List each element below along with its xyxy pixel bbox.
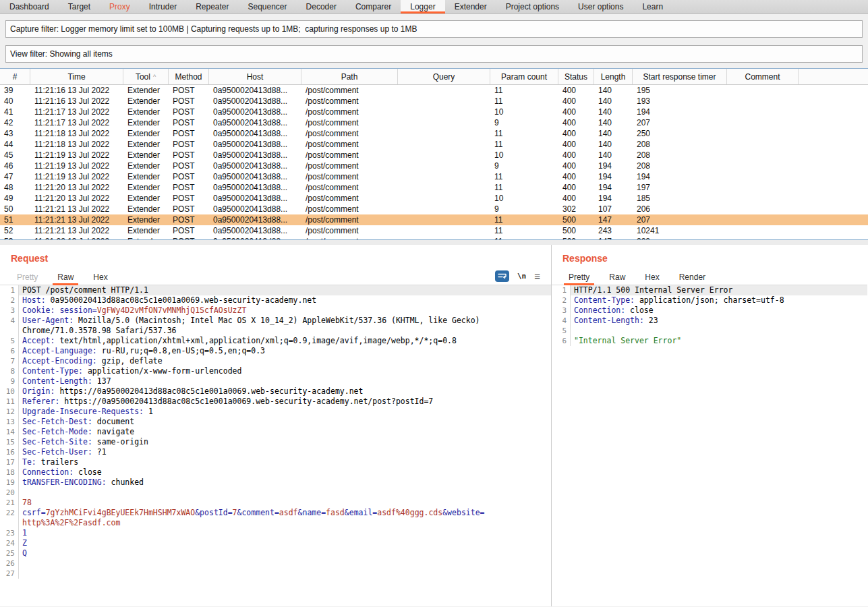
line-text: Sec-Fetch-Site: same-origin	[19, 437, 551, 447]
column-header-comment[interactable]: Comment	[727, 69, 799, 84]
cell-path: /post/comment	[301, 171, 398, 182]
cell-method: POST	[169, 107, 209, 117]
cell-status: 400	[558, 161, 594, 171]
view-filter-bar[interactable]: View filter: Showing all items	[5, 45, 863, 63]
table-row-48[interactable]: 4811:21:20 13 Jul 2022ExtenderPOST0a9500…	[0, 182, 868, 193]
cell-method: POST	[169, 128, 209, 139]
column-header-length[interactable]: Length	[594, 69, 633, 84]
cell-path: /post/comment	[301, 128, 398, 139]
line-text: Content-Type: application/json; charset=…	[571, 295, 867, 306]
cell-query	[398, 107, 490, 117]
line-number: 1	[552, 285, 571, 295]
table-row-39[interactable]: 3911:21:16 13 Jul 2022ExtenderPOST0a9500…	[0, 85, 868, 96]
tab-sequencer[interactable]: Sequencer	[239, 0, 297, 13]
code-line: 14Sec-Fetch-Mode: navigate	[0, 427, 551, 437]
response-pretty-content[interactable]: 1HTTP/1.1 500 Internal Server Error2Cont…	[552, 285, 867, 346]
column-header-query[interactable]: Query	[398, 69, 490, 84]
request-toolbar: \n ≡	[495, 270, 540, 282]
table-row-46[interactable]: 4611:21:19 13 Jul 2022ExtenderPOST0a9500…	[0, 161, 868, 171]
cell-host: 0a9500020413d88...	[209, 150, 301, 161]
table-row-42[interactable]: 4211:21:17 13 Jul 2022ExtenderPOST0a9500…	[0, 117, 868, 128]
column-header-param-count[interactable]: Param count	[490, 69, 558, 84]
table-row-45[interactable]: 4511:21:19 13 Jul 2022ExtenderPOST0a9500…	[0, 150, 868, 161]
table-row-50[interactable]: 5011:21:21 13 Jul 2022ExtenderPOST0a9500…	[0, 204, 868, 214]
line-number: 6	[0, 346, 19, 356]
cell-path: /post/comment	[301, 225, 398, 236]
cell-comment	[727, 214, 799, 225]
tab-dashboard[interactable]: Dashboard	[0, 0, 59, 13]
tab-repeater[interactable]: Repeater	[186, 0, 238, 13]
cell-comment	[727, 117, 799, 128]
line-text: Accept: text/html,application/xhtml+xml,…	[19, 336, 551, 346]
response-tab-pretty[interactable]: Pretty	[565, 270, 593, 285]
word-wrap-toggle-icon[interactable]	[495, 270, 509, 282]
tab-logger[interactable]: Logger	[401, 0, 444, 13]
cell-host: 0a9500020413d88...	[209, 204, 301, 214]
capture-filter-bar[interactable]: Capture filter: Logger memory limit set …	[5, 20, 863, 38]
cell-tool: Extender	[123, 85, 169, 96]
tab-target[interactable]: Target	[59, 0, 100, 13]
column-header-method[interactable]: Method	[169, 69, 209, 84]
line-text	[19, 488, 551, 498]
tab-comparer[interactable]: Comparer	[346, 0, 401, 13]
cell-length: 147	[594, 236, 633, 240]
cell-param-count: 11	[490, 139, 558, 150]
line-number: 19	[0, 478, 19, 488]
table-row-40[interactable]: 4011:21:16 13 Jul 2022ExtenderPOST0a9500…	[0, 96, 868, 107]
request-tabs: PrettyRawHex	[0, 270, 551, 285]
line-text: 1	[19, 528, 551, 538]
response-tab-render[interactable]: Render	[676, 270, 709, 285]
request-raw-content[interactable]: 1POST /post/comment HTTP/1.12Host: 0a950…	[0, 285, 551, 579]
table-row-52[interactable]: 5211:21:21 13 Jul 2022ExtenderPOST0a9500…	[0, 225, 868, 236]
table-row-43[interactable]: 4311:21:18 13 Jul 2022ExtenderPOST0a9500…	[0, 128, 868, 139]
table-row-51[interactable]: 5111:21:21 13 Jul 2022ExtenderPOST0a9500…	[0, 214, 868, 225]
cell-time: 11:21:17 13 Jul 2022	[30, 117, 123, 128]
line-number: 1	[0, 285, 19, 295]
cell-timer: 185	[633, 193, 727, 204]
cell-path: /post/comment	[301, 117, 398, 128]
editor-menu-icon[interactable]: ≡	[534, 271, 540, 281]
line-number: 16	[0, 447, 19, 457]
line-text: User-Agent: Mozilla/5.0 (Macintosh; Inte…	[19, 316, 551, 326]
cell-host: 0a9500020413d88...	[209, 117, 301, 128]
tab-proxy[interactable]: Proxy	[100, 0, 140, 13]
column-header-time[interactable]: Time	[30, 69, 123, 84]
cell-timer: 207	[633, 117, 727, 128]
column-header-tool[interactable]: Tool^	[123, 69, 169, 84]
tab-learn[interactable]: Learn	[633, 0, 672, 13]
horizontal-splitter[interactable]	[0, 240, 868, 245]
request-tab-pretty[interactable]: Pretty	[13, 270, 41, 285]
cell-query	[398, 150, 490, 161]
cell-param-count: 11	[490, 96, 558, 107]
request-tab-raw[interactable]: Raw	[54, 270, 77, 285]
column-header-status[interactable]: Status	[558, 69, 594, 84]
tab-extender[interactable]: Extender	[445, 0, 496, 13]
column-header--[interactable]: #	[0, 69, 30, 84]
column-header-start-response-timer[interactable]: Start response timer	[633, 69, 727, 84]
newline-icon[interactable]: \n	[517, 272, 526, 281]
line-number: 15	[0, 437, 19, 447]
column-header-path[interactable]: Path	[301, 69, 398, 84]
line-number: 20	[0, 488, 19, 498]
response-tab-raw[interactable]: Raw	[606, 270, 629, 285]
tab-decoder[interactable]: Decoder	[297, 0, 346, 13]
table-row-44[interactable]: 4411:21:18 13 Jul 2022ExtenderPOST0a9500…	[0, 139, 868, 150]
cell-timer: 222	[633, 236, 727, 240]
code-line: 6Accept-Language: ru-RU,ru;q=0.8,en-US;q…	[0, 346, 551, 356]
response-tab-hex[interactable]: Hex	[641, 270, 662, 285]
table-row-47[interactable]: 4711:21:19 13 Jul 2022ExtenderPOST0a9500…	[0, 171, 868, 182]
cell-host: 0a9500020413d88...	[209, 85, 301, 96]
cell-method: POST	[169, 193, 209, 204]
table-row-53[interactable]: 5311:21:22 13 Jul 2022ExtenderPOST0a9500…	[0, 236, 868, 240]
tab-intruder[interactable]: Intruder	[140, 0, 186, 13]
table-row-49[interactable]: 4911:21:20 13 Jul 2022ExtenderPOST0a9500…	[0, 193, 868, 204]
column-header-host[interactable]: Host	[209, 69, 301, 84]
tab-project-options[interactable]: Project options	[496, 0, 569, 13]
request-tab-hex[interactable]: Hex	[90, 270, 111, 285]
tab-user-options[interactable]: User options	[569, 0, 633, 13]
cell-status: 302	[558, 204, 594, 214]
table-row-41[interactable]: 4111:21:17 13 Jul 2022ExtenderPOST0a9500…	[0, 107, 868, 117]
cell-length: 140	[594, 107, 633, 117]
cell-comment	[727, 107, 799, 117]
cell-host: 0a9500020413d88...	[209, 171, 301, 182]
